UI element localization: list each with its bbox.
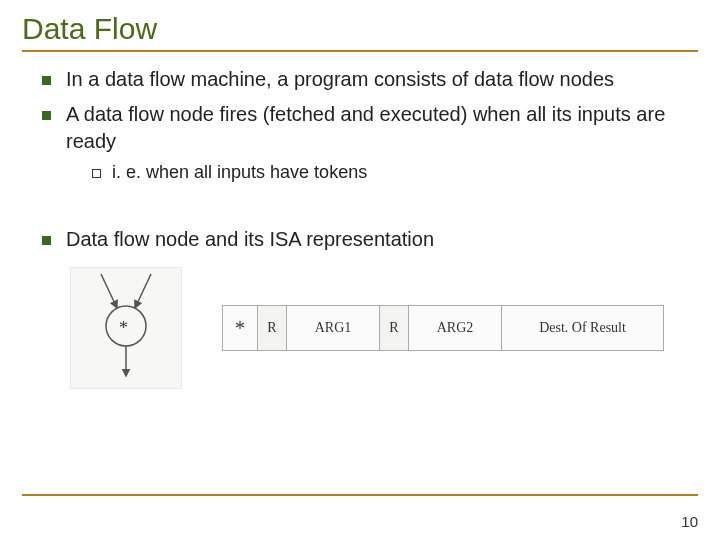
isa-r1: R (258, 306, 287, 350)
svg-line-1 (135, 274, 151, 308)
isa-op: * (223, 306, 258, 350)
svg-line-0 (101, 274, 117, 308)
isa-r2: R (380, 306, 409, 350)
slide: Data Flow In a data flow machine, a prog… (0, 0, 720, 540)
isa-arg1: ARG1 (287, 306, 380, 350)
bullet-list-2: Data flow node and its ISA representatio… (42, 226, 698, 253)
spacer (22, 192, 698, 226)
isa-arg2: ARG2 (409, 306, 502, 350)
node-operator: * (119, 318, 128, 339)
bullet-item: A data flow node fires (fetched and exec… (42, 101, 698, 184)
bullet-list: In a data flow machine, a program consis… (42, 66, 698, 184)
sub-bullet-item: i. e. when all inputs have tokens (92, 161, 698, 184)
isa-representation: * R ARG1 R ARG2 Dest. Of Result (222, 305, 664, 351)
title-rule (22, 50, 698, 52)
figure-row: * * R ARG1 R ARG2 Dest. Of Result (70, 267, 698, 389)
footer-rule (22, 494, 698, 496)
page-number: 10 (681, 513, 698, 530)
isa-dest: Dest. Of Result (502, 306, 663, 350)
bullet-item: In a data flow machine, a program consis… (42, 66, 698, 93)
sub-bullet-list: i. e. when all inputs have tokens (92, 161, 698, 184)
slide-title: Data Flow (22, 12, 698, 46)
bullet-item: Data flow node and its ISA representatio… (42, 226, 698, 253)
bullet-text: A data flow node fires (fetched and exec… (66, 103, 665, 152)
dataflow-node-diagram: * (70, 267, 182, 389)
